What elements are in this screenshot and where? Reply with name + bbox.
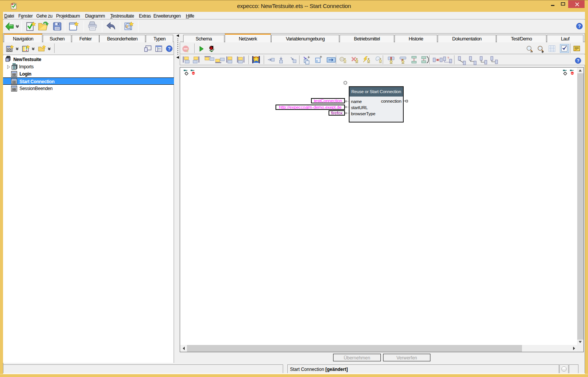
svg-text:?: ? — [577, 58, 580, 63]
svg-text:?: ? — [168, 46, 171, 52]
svg-text:?: ? — [578, 24, 581, 29]
svg-text:?: ? — [447, 56, 449, 60]
